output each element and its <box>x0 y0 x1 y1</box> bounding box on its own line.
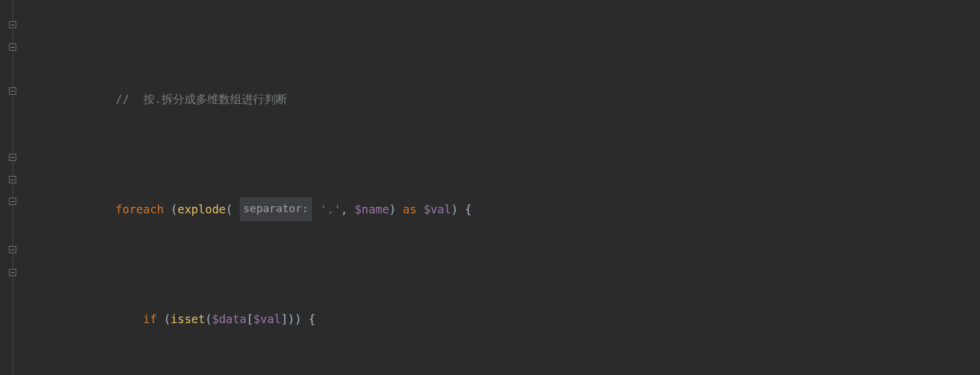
variable: $data <box>212 308 246 330</box>
fold-toggle-icon[interactable] <box>9 43 16 51</box>
keyword: if <box>143 308 157 330</box>
fold-toggle-icon[interactable] <box>9 246 16 253</box>
code-area[interactable]: // 按.拆分成多维数组进行判断 foreach ( explode ( sep… <box>28 0 980 375</box>
gutter <box>0 0 28 375</box>
punct: ( <box>157 308 170 330</box>
variable: $val <box>254 308 281 330</box>
punct: ( <box>164 198 178 221</box>
function-name: explode <box>178 198 226 221</box>
punct: ( <box>226 198 240 221</box>
punct: ( <box>205 308 212 330</box>
fold-toggle-icon[interactable] <box>9 269 16 276</box>
fold-guide-line <box>13 0 13 375</box>
code-editor[interactable]: // 按.拆分成多维数组进行判断 foreach ( explode ( sep… <box>0 0 980 375</box>
punct: [ <box>246 308 253 330</box>
comment-text: // 按.拆分成多维数组进行判断 <box>116 88 287 110</box>
punct: ) <box>389 198 403 221</box>
keyword: foreach <box>116 198 164 221</box>
space <box>313 198 320 221</box>
function-name: isset <box>170 308 205 330</box>
fold-toggle-icon[interactable] <box>9 176 16 183</box>
punct: ])) { <box>281 308 315 330</box>
code-line[interactable]: // 按.拆分成多维数组进行判断 <box>88 88 980 110</box>
space <box>417 198 423 221</box>
punct: , <box>341 198 355 221</box>
fold-toggle-icon[interactable] <box>9 154 16 161</box>
fold-toggle-icon[interactable] <box>9 87 16 95</box>
param-hint: separator: <box>240 197 312 221</box>
punct: ) { <box>451 198 472 221</box>
fold-toggle-icon[interactable] <box>9 198 16 205</box>
fold-toggle-icon[interactable] <box>9 21 16 28</box>
keyword: as <box>403 198 417 221</box>
variable: $val <box>423 198 451 221</box>
string-literal: '.' <box>320 198 341 221</box>
code-line[interactable]: if ( isset ( $data [ $val ])) { <box>88 308 980 330</box>
code-line[interactable]: foreach ( explode ( separator: '.' , $na… <box>88 198 980 221</box>
variable: $name <box>355 198 389 221</box>
